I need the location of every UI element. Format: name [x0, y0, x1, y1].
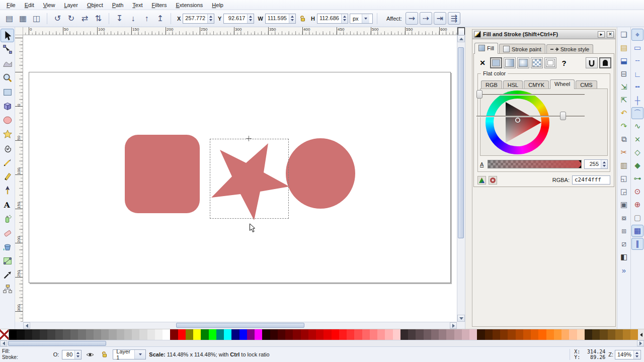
- palette-swatch[interactable]: [86, 329, 94, 340]
- eraser-tool[interactable]: [1, 226, 14, 239]
- cut-button[interactable]: ✂: [618, 146, 630, 158]
- ellipse-tool[interactable]: [1, 113, 14, 127]
- palette-swatch[interactable]: [416, 329, 423, 340]
- palette-swatch[interactable]: [516, 329, 523, 340]
- palette-swatch[interactable]: [94, 329, 101, 340]
- vertical-scroll-thumb[interactable]: [458, 47, 464, 238]
- palette-swatch[interactable]: [362, 329, 370, 340]
- height-input[interactable]: 112.686: [317, 14, 348, 24]
- palette-swatch[interactable]: [500, 329, 508, 340]
- print-button[interactable]: ⊟: [618, 68, 630, 80]
- width-value[interactable]: 111.595: [266, 14, 289, 23]
- palette-swatch[interactable]: [63, 329, 70, 340]
- palette-swatch[interactable]: [324, 329, 331, 340]
- palette-swatch[interactable]: [163, 329, 170, 340]
- palette-swatch[interactable]: [32, 329, 40, 340]
- zoom-spin-buttons[interactable]: [633, 350, 640, 359]
- fill-stroke-swatch-area[interactable]: [21, 348, 50, 360]
- open-document-button[interactable]: ▤: [618, 42, 630, 54]
- menu-item[interactable]: Path: [108, 1, 128, 10]
- flat-color-button[interactable]: [490, 57, 502, 68]
- menu-item[interactable]: Layer: [59, 1, 83, 10]
- palette-swatch[interactable]: [293, 329, 300, 340]
- snap-cusp-nodes-toggle[interactable]: ◇: [631, 146, 643, 158]
- export-button[interactable]: ⇱: [618, 94, 630, 106]
- palette-swatch[interactable]: [592, 329, 600, 340]
- palette-swatch[interactable]: [477, 329, 485, 340]
- palette-swatch[interactable]: [155, 329, 163, 340]
- snap-bbox-toggle[interactable]: ▭: [631, 42, 643, 54]
- raise-to-top-button[interactable]: ↥: [154, 12, 167, 25]
- blur-slider-thumb[interactable]: [476, 90, 482, 99]
- snap-enable-toggle[interactable]: ⌖: [631, 29, 643, 41]
- dropdown-arrow-icon[interactable]: [362, 14, 369, 23]
- selector-tool[interactable]: [1, 29, 14, 42]
- palette-swatch[interactable]: [262, 329, 270, 340]
- palette-swatch[interactable]: [17, 329, 24, 340]
- y-input[interactable]: 92.617: [223, 14, 254, 24]
- palette-swatch[interactable]: [332, 329, 339, 340]
- palette-swatch[interactable]: [132, 329, 139, 340]
- copy-button[interactable]: ⧉: [618, 133, 630, 145]
- snap-page-border-toggle[interactable]: ▢: [631, 212, 643, 224]
- palette-swatch[interactable]: [561, 329, 569, 340]
- palette-swatch[interactable]: [538, 329, 546, 340]
- palette-swatch[interactable]: [70, 329, 78, 340]
- snap-paths-toggle[interactable]: ∿: [631, 120, 643, 132]
- scale-stroke-toggle[interactable]: ⇝: [406, 12, 418, 25]
- palette-swatch[interactable]: [585, 329, 592, 340]
- fill-stroke-indicator[interactable]: Fill: Stroke:: [2, 348, 18, 360]
- alpha-slider[interactable]: [488, 160, 582, 168]
- zoom-selection-button[interactable]: ◱: [618, 172, 630, 185]
- palette-swatch[interactable]: [124, 329, 132, 340]
- palette-scroll-left-button[interactable]: [0, 340, 7, 346]
- width-input[interactable]: 111.595: [265, 14, 296, 24]
- vertical-ruler[interactable]: 050100150200250300: [15, 35, 23, 322]
- palette-swatch[interactable]: [270, 329, 278, 340]
- zoom-tool[interactable]: [1, 71, 14, 84]
- tweak-tool[interactable]: [1, 57, 14, 70]
- palette-scroll-thumb[interactable]: [8, 341, 106, 346]
- palette-swatch[interactable]: [400, 329, 408, 340]
- palette-swatch[interactable]: [316, 329, 324, 340]
- palette-swatch[interactable]: [523, 329, 531, 340]
- layer-selector[interactable]: Layer 1: [113, 349, 146, 359]
- palette-swatch[interactable]: [431, 329, 439, 340]
- palette-swatch[interactable]: [446, 329, 454, 340]
- snap-guides-toggle[interactable]: ∥: [631, 238, 643, 250]
- palette-swatch[interactable]: [216, 329, 224, 340]
- palette-swatch[interactable]: [170, 329, 178, 340]
- zoom-page-button[interactable]: ▣: [618, 199, 630, 211]
- snap-bbox-edges-toggle[interactable]: ╌: [631, 55, 643, 67]
- palette-swatch[interactable]: [615, 329, 623, 340]
- selection-bounding-box[interactable]: [210, 139, 289, 219]
- palette-swatch[interactable]: [531, 329, 538, 340]
- fill-rule-evenodd-button[interactable]: [586, 57, 598, 68]
- palette-scroll-right-button[interactable]: [637, 340, 644, 346]
- vertical-scroll-track[interactable]: [457, 42, 465, 315]
- palette-swatch[interactable]: [255, 329, 262, 340]
- palette-swatch[interactable]: [493, 329, 500, 340]
- palette-swatch[interactable]: [600, 329, 607, 340]
- tab-cmyk[interactable]: CMYK: [524, 80, 549, 89]
- shape-rounded-rectangle[interactable]: [125, 135, 200, 213]
- palette-swatch[interactable]: [201, 329, 208, 340]
- no-paint-button[interactable]: ✕: [476, 57, 489, 68]
- dropper-tool[interactable]: [1, 268, 14, 282]
- menu-item[interactable]: Extensions: [172, 1, 208, 10]
- linear-gradient-button[interactable]: [504, 57, 516, 68]
- current-color-button[interactable]: [489, 176, 497, 185]
- palette-swatch[interactable]: [308, 329, 316, 340]
- import-button[interactable]: ⇲: [618, 81, 630, 93]
- saturation-triangle[interactable]: [486, 90, 549, 154]
- y-spin-buttons[interactable]: [247, 14, 254, 23]
- rotate-cw-button[interactable]: ↻: [65, 12, 77, 25]
- layer-lock-toggle[interactable]: [99, 349, 110, 360]
- opacity-slider-thumb[interactable]: [560, 112, 566, 120]
- swatch-button[interactable]: [544, 57, 556, 68]
- palette-scrollbar[interactable]: [0, 340, 644, 346]
- duplicate-button[interactable]: ⧇: [618, 212, 630, 224]
- spiral-tool[interactable]: [1, 141, 14, 155]
- x-value[interactable]: 257.772: [183, 14, 207, 23]
- palette-swatch[interactable]: [224, 329, 231, 340]
